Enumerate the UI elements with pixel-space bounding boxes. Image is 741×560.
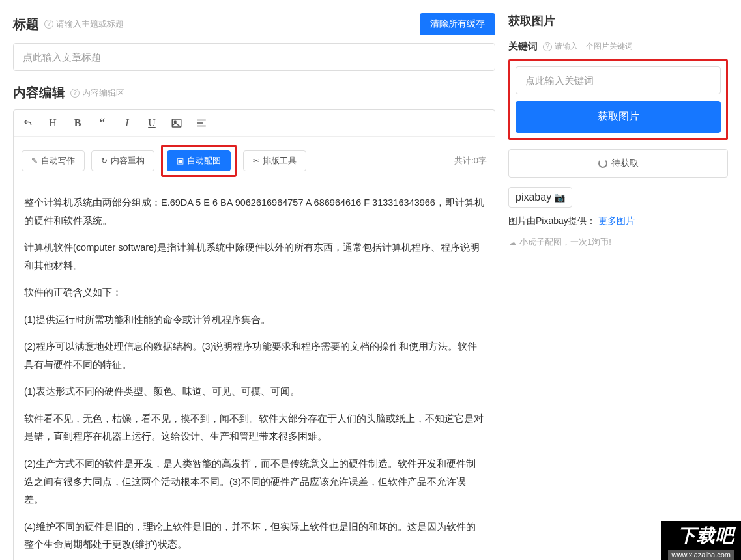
keyword-highlight-box: 获取图片 [508, 59, 728, 140]
more-images-link[interactable]: 更多图片 [598, 216, 635, 226]
side-column: 获取图片 关键词 ? 请输入一个图片关键词 获取图片 待获取 pixabay 📷… [502, 0, 741, 560]
editor-box: H B “ I U ✎自动写作 ↻内容重构 ▣自动配图 ✂排版工具 共计:0字 … [13, 109, 495, 560]
paragraph: 计算机软件(computer software)是指计算机系统中除硬件以外的所有… [24, 239, 484, 275]
auto-image-button[interactable]: ▣自动配图 [167, 150, 231, 171]
heading-icon[interactable]: H [46, 117, 59, 130]
content-section-header: 内容编辑 ? 内容编辑区 [13, 84, 495, 102]
restructure-button[interactable]: ↻内容重构 [91, 150, 154, 171]
clear-cache-button[interactable]: 清除所有缓存 [420, 13, 495, 35]
paragraph: (2)程序可以满意地处理信息的数据结构。(3)说明程序功能要求和程序需要的文档的… [24, 338, 484, 374]
content-label: 内容编辑 [13, 84, 65, 102]
auto-image-highlight: ▣自动配图 [161, 145, 237, 177]
footer-hint: ☁ 小虎子配图，一次1淘币! [508, 236, 728, 248]
camera-icon: 📷 [554, 192, 565, 203]
info-icon: ? [70, 89, 80, 98]
layout-icon: ✂ [253, 156, 259, 165]
image-icon: ▣ [177, 156, 184, 165]
paragraph: (1)表达形式不同的硬件类型、颜色、味道、可见、可摸、可闻。 [24, 383, 484, 401]
info-icon: ? [543, 42, 552, 51]
paragraph: 软件看不见，无色，枯燥，看不见，摸不到，闻不到。软件大部分存在于人们的头脑或纸上… [24, 410, 484, 446]
paragraph: (4)维护不同的硬件是旧的，理论上软件是旧的，并不坏，但实际上软件也是旧的和坏的… [24, 518, 484, 554]
title-hint: ? 请输入主题或标题 [44, 18, 124, 30]
underline-icon[interactable]: U [145, 117, 158, 130]
layout-tool-button[interactable]: ✂排版工具 [243, 150, 306, 171]
italic-icon[interactable]: I [121, 117, 134, 130]
title-label: 标题 [13, 16, 39, 33]
keyword-label: 关键词 [508, 40, 538, 53]
paragraph: (2)生产方式不同的软件是开发，是人类智能的高发挥，而不是传统意义上的硬件制造。… [24, 455, 484, 509]
article-title-input[interactable] [13, 43, 495, 71]
undo-icon[interactable] [22, 117, 35, 130]
quote-icon[interactable]: “ [96, 117, 109, 130]
pencil-icon: ✎ [31, 156, 38, 165]
content-hint: ? 内容编辑区 [70, 87, 124, 99]
keyword-input[interactable] [516, 66, 721, 94]
content-area[interactable]: 整个计算机系统由两部分组成：E.69DA 5 E 6 BA 9062616964… [14, 185, 495, 560]
paragraph: (1)提供运行时所需功能和性能的命令或计算机程序集合。 [24, 311, 484, 329]
keyword-hint: ? 请输入一个图片关键词 [543, 41, 633, 52]
pixabay-badge: pixabay 📷 [508, 187, 572, 208]
bold-icon[interactable]: B [71, 117, 84, 130]
format-toolbar: H B “ I U [14, 110, 495, 137]
fetch-image-button[interactable]: 获取图片 [516, 101, 721, 133]
auto-write-button[interactable]: ✎自动写作 [22, 150, 85, 171]
title-section-header: 标题 ? 请输入主题或标题 清除所有缓存 [13, 13, 495, 35]
side-title: 获取图片 [508, 13, 728, 29]
paragraph: 整个计算机系统由两部分组成：E.69DA 5 E 6 BA 9062616964… [24, 194, 484, 230]
refresh-icon: ↻ [101, 156, 108, 165]
spinner-icon [598, 159, 607, 168]
image-icon[interactable] [170, 117, 183, 130]
info-icon: ? [44, 20, 53, 29]
action-toolbar: ✎自动写作 ↻内容重构 ▣自动配图 ✂排版工具 共计:0字 [14, 137, 495, 185]
cloud-icon: ☁ [508, 238, 517, 247]
paragraph: 软件的正确含义如下： [24, 284, 484, 302]
pending-button[interactable]: 待获取 [508, 149, 728, 178]
main-column: 标题 ? 请输入主题或标题 清除所有缓存 内容编辑 ? 内容编辑区 H B “ … [0, 0, 502, 560]
image-credit: 图片由Pixabay提供： 更多图片 [508, 216, 728, 227]
word-count: 共计:0字 [454, 155, 487, 167]
align-left-icon[interactable] [195, 117, 208, 130]
watermark: 下载吧 www.xiazaiba.com [661, 521, 741, 560]
keyword-header: 关键词 ? 请输入一个图片关键词 [508, 40, 728, 53]
